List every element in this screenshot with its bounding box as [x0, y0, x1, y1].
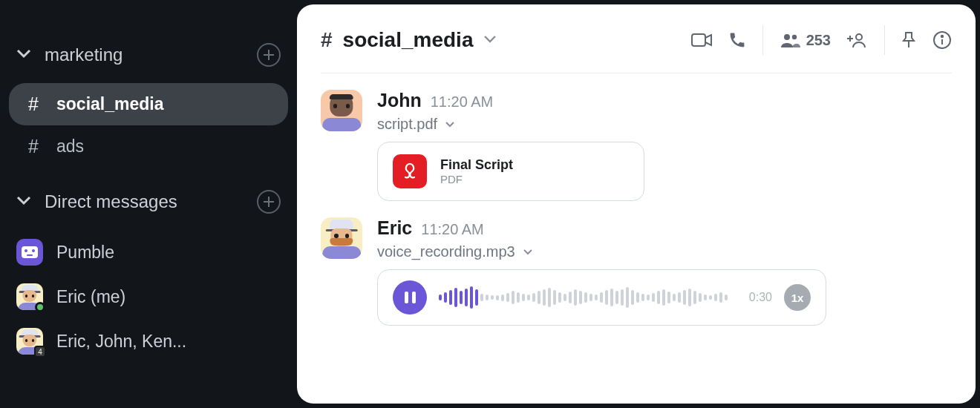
- divider: [762, 25, 763, 55]
- hash-icon: #: [321, 28, 333, 52]
- channel-name: social_media: [56, 94, 163, 114]
- channel-list: # social_media # ads: [9, 83, 288, 168]
- message-time: 11:20 AM: [421, 221, 484, 238]
- dm-item-group[interactable]: 4 Eric, John, Ken...: [9, 319, 288, 363]
- svg-point-3: [856, 34, 862, 40]
- video-call-button[interactable]: [691, 33, 712, 47]
- divider: [884, 25, 885, 55]
- dm-item-pumble[interactable]: Pumble: [9, 230, 288, 274]
- message-time: 11:20 AM: [431, 93, 494, 111]
- group-count-badge: 4: [34, 346, 46, 358]
- audio-waveform[interactable]: [439, 286, 737, 309]
- message: John 11:20 AM script.pdf Final Script PD…: [321, 90, 952, 201]
- message: Eric 11:20 AM voice_recording.mp3: [321, 217, 952, 326]
- svg-point-2: [791, 35, 796, 39]
- file-label: script.pdf: [377, 116, 437, 133]
- chevron-down-icon: [16, 48, 31, 62]
- dm-name: Eric (me): [56, 287, 125, 307]
- channel-name: ads: [56, 136, 84, 157]
- main-panel: # social_media 253: [297, 4, 976, 404]
- avatar[interactable]: [321, 217, 362, 259]
- dm-name: Pumble: [56, 243, 114, 263]
- pin-button[interactable]: [901, 31, 916, 49]
- channel-title-button[interactable]: # social_media: [321, 28, 497, 52]
- members-button[interactable]: 253: [780, 32, 831, 49]
- message-list: John 11:20 AM script.pdf Final Script PD…: [321, 73, 952, 326]
- status-online-icon: [35, 302, 45, 312]
- section-title: marketing: [45, 45, 122, 65]
- file-title: Final Script: [440, 157, 513, 173]
- dm-item-eric[interactable]: Eric (me): [9, 274, 288, 319]
- audio-attachment: 0:30 1x: [377, 269, 826, 326]
- avatar: 4: [16, 328, 43, 355]
- svg-rect-0: [692, 34, 705, 46]
- sidebar: marketing # social_media # ads Direct me…: [0, 0, 297, 408]
- channel-title: social_media: [343, 28, 474, 52]
- avatar[interactable]: [321, 90, 362, 131]
- file-label-button[interactable]: script.pdf: [377, 116, 952, 133]
- hash-icon: #: [24, 93, 43, 115]
- pdf-icon: [393, 154, 427, 188]
- channel-item-ads[interactable]: # ads: [9, 125, 288, 168]
- member-count: 253: [806, 32, 831, 49]
- add-member-button[interactable]: [847, 32, 868, 48]
- add-channel-button[interactable]: [257, 43, 281, 67]
- pause-icon: [405, 292, 416, 303]
- avatar: [16, 283, 43, 310]
- file-label-button[interactable]: voice_recording.mp3: [377, 243, 952, 260]
- file-attachment[interactable]: Final Script PDF: [377, 142, 644, 201]
- audio-call-button[interactable]: [728, 31, 746, 49]
- dm-list: Pumble Eric (me): [9, 230, 288, 363]
- info-button[interactable]: [932, 30, 952, 50]
- file-type: PDF: [440, 173, 513, 185]
- chevron-down-icon: [483, 33, 497, 47]
- chevron-down-icon: [16, 195, 31, 208]
- audio-duration: 0:30: [749, 291, 772, 304]
- file-label: voice_recording.mp3: [377, 243, 515, 260]
- section-title: Direct messages: [45, 191, 177, 212]
- svg-point-5: [941, 36, 943, 37]
- add-dm-button[interactable]: [257, 190, 281, 214]
- hash-icon: #: [24, 136, 43, 157]
- svg-point-1: [784, 34, 790, 40]
- section-header-marketing[interactable]: marketing: [9, 13, 288, 74]
- channel-header: # social_media 253: [321, 25, 952, 73]
- pause-button[interactable]: [393, 280, 427, 315]
- message-author[interactable]: Eric: [377, 217, 412, 239]
- header-actions: 253: [691, 25, 952, 55]
- message-author[interactable]: John: [377, 90, 422, 111]
- avatar: [16, 239, 43, 266]
- playback-speed-button[interactable]: 1x: [784, 284, 811, 311]
- channel-item-social-media[interactable]: # social_media: [9, 83, 288, 125]
- section-header-direct-messages[interactable]: Direct messages: [9, 168, 288, 221]
- dm-name: Eric, John, Ken...: [56, 332, 186, 352]
